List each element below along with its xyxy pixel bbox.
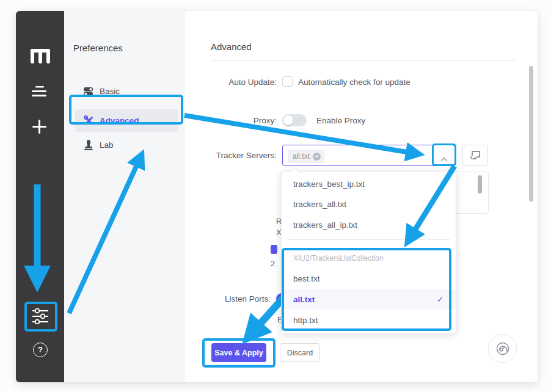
remove-tag-icon[interactable]: ✕: [313, 153, 321, 161]
textarea-scrollbar[interactable]: [478, 175, 482, 194]
tracker-servers-label: Tracker Servers:: [185, 151, 277, 160]
option-label: trackers_all.txt: [293, 200, 346, 209]
speed-limit-button[interactable]: [488, 334, 517, 363]
nav-item-lab-label: Lab: [100, 140, 114, 150]
discard-button[interactable]: Discard: [280, 343, 320, 362]
annotation-box-save: [202, 338, 276, 368]
dropdown-divider: [288, 239, 450, 240]
annotation-box-chevron: [432, 143, 456, 166]
task-list-icon[interactable]: [32, 86, 46, 100]
auto-update-checkbox[interactable]: [282, 76, 293, 87]
annotation-box-group: [282, 248, 451, 331]
dropdown-option[interactable]: trackers_all.txt: [282, 194, 456, 214]
tag-label: all.txt: [293, 152, 310, 161]
proxy-label: Proxy:: [185, 116, 277, 125]
sync-icon: [470, 150, 481, 161]
screenshot-stage: ? Preferences Basic: [0, 0, 551, 392]
hidden-checkbox-fragment: [271, 245, 277, 254]
motrix-logo-icon: [31, 49, 50, 66]
title-divider: [211, 60, 516, 61]
annotation-box-sliders: [24, 302, 57, 332]
preferences-panel: Preferences Basic: [64, 11, 185, 382]
help-glyph: ?: [38, 345, 43, 354]
page-scrollbar[interactable]: [529, 66, 533, 201]
nav-item-lab[interactable]: Lab: [84, 138, 181, 153]
gauge-icon: [495, 341, 511, 357]
lab-stamp-icon: [84, 140, 93, 153]
option-label: trackers_all_ip.txt: [293, 220, 357, 230]
auto-update-label: Auto Update:: [185, 78, 277, 87]
page-title: Advanced: [211, 42, 252, 52]
help-icon[interactable]: ?: [33, 343, 48, 357]
preferences-title: Preferences: [73, 43, 123, 53]
auto-update-checkbox-label: Automatically check for update: [298, 78, 411, 87]
selected-tracker-tag: all.txt ✕: [288, 150, 324, 163]
app-window: ? Preferences Basic: [16, 11, 538, 382]
sync-trackers-button[interactable]: [462, 145, 488, 166]
dropdown-option[interactable]: trackers_best_ip.txt: [282, 174, 456, 194]
tracker-select[interactable]: all.txt ✕: [282, 145, 455, 166]
listen-ports-label: Listen Ports:: [179, 294, 271, 303]
proxy-toggle[interactable]: [282, 114, 307, 126]
toggle-knob: [283, 115, 293, 125]
option-label: trackers_best_ip.txt: [293, 180, 365, 189]
annotation-box-advanced: [69, 95, 183, 125]
proxy-toggle-label: Enable Proxy: [316, 116, 365, 125]
dropdown-option[interactable]: trackers_all_ip.txt: [282, 215, 456, 235]
hidden-text-fragment: 2: [271, 259, 275, 268]
add-task-icon[interactable]: [32, 120, 46, 136]
